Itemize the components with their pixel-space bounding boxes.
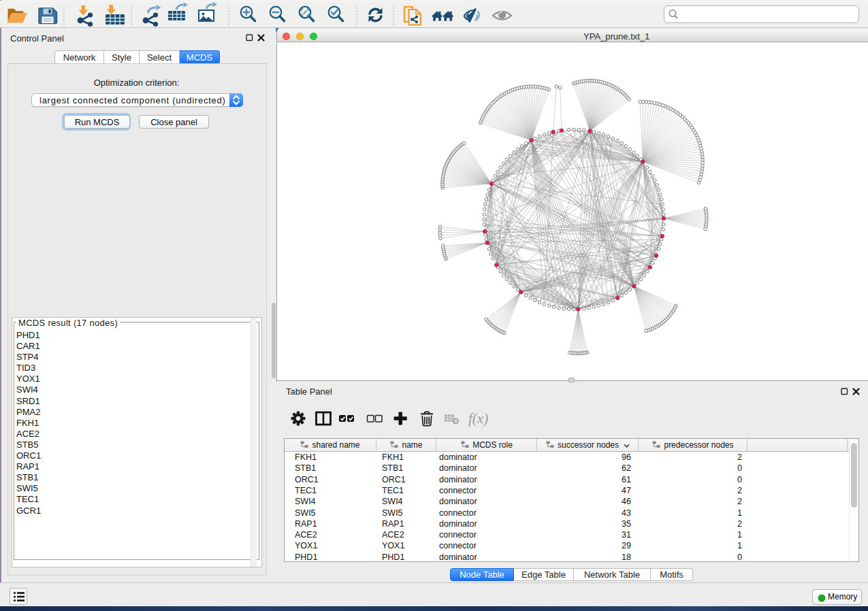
svg-text:f(x): f(x) xyxy=(468,410,488,427)
